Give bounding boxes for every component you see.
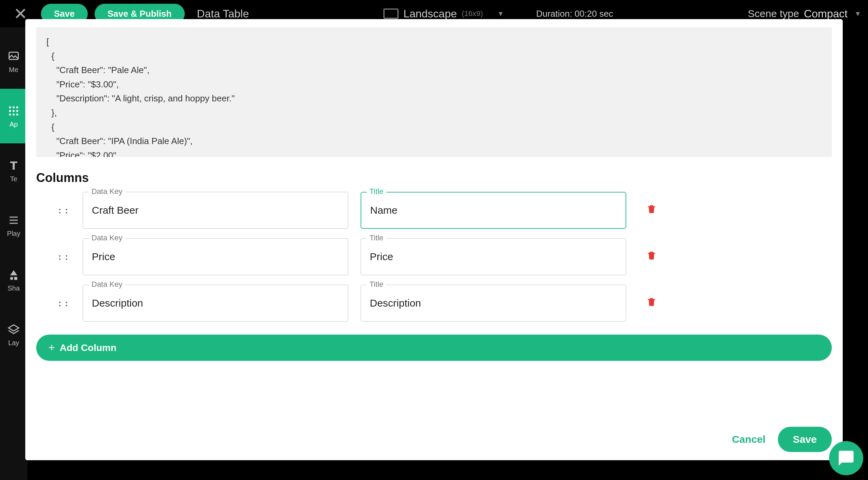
field-label: Data Key (89, 234, 125, 242)
chevron-down-icon: ▼ (497, 10, 504, 18)
rail-label: Lay (8, 339, 19, 347)
field-label: Title (367, 187, 386, 196)
json-preview[interactable]: [ { "Craft Beer": "Pale Ale", "Price": "… (36, 27, 832, 157)
svg-point-5 (13, 110, 15, 112)
shapes-icon (7, 268, 20, 282)
svg-marker-13 (10, 270, 17, 275)
data-key-field[interactable]: Data Key (83, 192, 348, 229)
duration-label[interactable]: Duration: 00:20 sec (536, 9, 613, 19)
grid-icon (7, 104, 20, 118)
list-icon (7, 213, 20, 227)
add-column-button[interactable]: + Add Column (36, 335, 832, 361)
svg-point-2 (13, 106, 15, 108)
svg-rect-15 (14, 277, 17, 280)
data-key-input[interactable] (83, 238, 348, 275)
column-row: : : Data Key Title (36, 238, 832, 275)
drag-handle-icon[interactable]: : : (57, 252, 70, 262)
chat-icon (837, 449, 855, 467)
scene-type-selector[interactable]: Scene type Compact ▼ (748, 8, 861, 20)
aspect-icon (383, 9, 398, 19)
rail-item-playlists[interactable]: Play (0, 198, 27, 253)
title-input[interactable] (361, 192, 626, 229)
orientation-label: Landscape (403, 8, 457, 20)
rail-label: Me (9, 66, 18, 74)
modal-footer: Cancel Save (36, 417, 832, 452)
title-field[interactable]: Title (361, 238, 626, 275)
column-row: : : Data Key Title (36, 285, 832, 322)
title-field[interactable]: Title (361, 192, 626, 229)
data-key-field[interactable]: Data Key (83, 238, 348, 275)
title-input[interactable] (361, 285, 626, 322)
rail-label: Te (10, 175, 17, 183)
text-icon (7, 159, 20, 172)
add-column-label: Add Column (60, 342, 116, 353)
cancel-button[interactable]: Cancel (732, 434, 766, 445)
drag-handle-icon[interactable]: : : (57, 298, 70, 309)
data-key-input[interactable] (83, 192, 348, 229)
left-rail: Me Ap Te Play Sha Lay (0, 27, 27, 480)
field-label: Data Key (89, 280, 125, 289)
plus-icon: + (48, 341, 55, 354)
rail-item-apps[interactable]: Ap (0, 89, 27, 143)
svg-point-4 (9, 110, 11, 112)
svg-point-14 (10, 277, 13, 280)
column-row: : : Data Key Title (36, 192, 832, 229)
title-input[interactable] (361, 238, 626, 275)
delete-column-button[interactable] (646, 296, 657, 310)
layers-icon (7, 323, 20, 336)
scene-type-label: Scene type (748, 8, 799, 19)
rail-item-layers[interactable]: Lay (0, 307, 27, 362)
svg-point-7 (9, 113, 11, 115)
app-title: Data Table (197, 8, 249, 20)
svg-point-3 (16, 106, 18, 108)
rail-label: Sha (8, 284, 20, 292)
field-label: Title (367, 280, 386, 289)
columns-modal: [ { "Craft Beer": "Pale Ale", "Price": "… (25, 19, 843, 460)
delete-column-button[interactable] (646, 250, 657, 264)
svg-point-6 (16, 110, 18, 112)
delete-column-button[interactable] (646, 203, 657, 217)
svg-point-1 (9, 106, 11, 108)
svg-point-9 (16, 113, 18, 115)
chevron-down-icon: ▼ (854, 10, 861, 18)
orientation-selector[interactable]: Landscape (16x9) ▼ Duration: 00:20 sec (256, 8, 741, 20)
rail-item-text[interactable]: Te (0, 143, 27, 198)
modal-save-button[interactable]: Save (778, 427, 832, 452)
svg-point-8 (13, 113, 15, 115)
data-key-input[interactable] (83, 285, 348, 322)
columns-heading: Columns (36, 171, 832, 185)
rail-label: Play (7, 230, 20, 238)
data-key-field[interactable]: Data Key (83, 285, 348, 322)
rail-item-shapes[interactable]: Sha (0, 253, 27, 307)
media-icon (7, 50, 20, 63)
svg-marker-16 (9, 325, 19, 331)
drag-handle-icon[interactable]: : : (57, 205, 70, 216)
rail-label: Ap (10, 121, 18, 128)
scene-type-value: Compact (804, 8, 848, 20)
field-label: Title (367, 234, 386, 242)
rail-item-media[interactable]: Me (0, 34, 27, 89)
field-label: Data Key (89, 187, 125, 196)
title-field[interactable]: Title (361, 285, 626, 322)
aspect-ratio: (16x9) (462, 9, 483, 18)
chat-fab[interactable] (829, 441, 863, 475)
